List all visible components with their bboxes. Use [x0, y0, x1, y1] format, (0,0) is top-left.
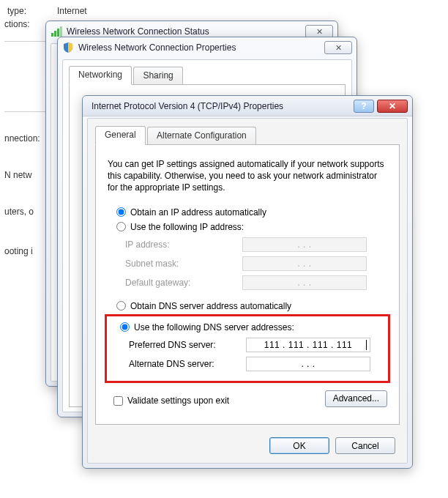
radio-use-ip[interactable]: Use the following IP address:	[108, 220, 387, 234]
help-icon[interactable]: ?	[354, 100, 374, 113]
radio-obtain-ip-auto-label: Obtain an IP address automatically	[130, 207, 266, 218]
dns-fields-group: Preferred DNS server: 111 . 111 . 111 . …	[129, 335, 384, 374]
tab-general[interactable]: General	[95, 126, 146, 145]
tab-alternate-configuration[interactable]: Alternate Configuration	[147, 127, 256, 144]
row-preferred-dns: Preferred DNS server: 111 . 111 . 111 . …	[129, 335, 384, 354]
svg-rect-2	[57, 29, 59, 37]
ip-fields-group: IP address: . . . Subnet mask: . . . Def…	[125, 235, 387, 292]
ipv4-footer-buttons: OK Cancel	[269, 437, 395, 454]
advanced-button[interactable]: Advanced...	[325, 390, 387, 407]
dns-highlight-box: Use the following DNS server addresses: …	[105, 314, 390, 383]
ipv4-description: You can get IP settings assigned automat…	[108, 158, 387, 194]
radio-use-ip-input[interactable]	[116, 222, 126, 231]
ip-address-field: . . .	[242, 237, 367, 252]
bg-type-label: type:	[7, 6, 26, 16]
preferred-dns-label: Preferred DNS server:	[129, 340, 246, 350]
preferred-dns-field[interactable]: 111 . 111 . 111 . 111	[246, 338, 370, 352]
row-default-gateway: Default gateway: . . .	[125, 273, 387, 292]
validate-advanced-row: Validate settings upon exit Advanced...	[108, 390, 387, 407]
radio-use-dns[interactable]: Use the following DNS server addresses:	[111, 321, 384, 334]
tab-networking[interactable]: Networking	[69, 66, 132, 85]
svg-rect-1	[54, 31, 56, 37]
bg-type-value: Internet	[57, 6, 87, 16]
signal-bars-icon	[51, 26, 62, 37]
ip-address-label: IP address:	[125, 239, 242, 250]
properties-tabstrip: Networking Sharing	[69, 66, 346, 85]
wireless-properties-title: Wireless Network Connection Properties	[78, 42, 321, 53]
bg-troubleshoot-fragment: ooting i	[4, 246, 33, 256]
subnet-mask-label: Subnet mask:	[125, 259, 242, 269]
row-ip-address: IP address: . . .	[125, 235, 387, 254]
close-icon[interactable]: ✕	[324, 41, 352, 54]
preferred-dns-value: 111 . 111 . 111 . 111	[264, 340, 353, 350]
close-icon[interactable]: ✕	[377, 100, 408, 113]
svg-rect-0	[51, 33, 53, 37]
ipv4-titlebar[interactable]: Internet Protocol Version 4 (TCP/IPv4) P…	[83, 96, 412, 116]
wireless-properties-titlebar[interactable]: Wireless Network Connection Properties ✕	[58, 37, 356, 58]
subnet-mask-field: . . .	[242, 256, 367, 271]
svg-rect-3	[60, 26, 62, 37]
radio-obtain-ip-auto[interactable]: Obtain an IP address automatically	[108, 206, 387, 219]
radio-obtain-dns-auto[interactable]: Obtain DNS server address automatically	[108, 300, 387, 313]
radio-use-dns-input[interactable]	[120, 322, 130, 332]
alternate-dns-field[interactable]: . . .	[246, 357, 370, 371]
tab-sharing[interactable]: Sharing	[133, 67, 182, 84]
divider	[4, 111, 45, 112]
radio-obtain-dns-auto-input[interactable]	[116, 301, 126, 311]
alternate-dns-label: Alternate DNS server:	[129, 359, 246, 369]
bg-network-fragment: N netw	[4, 170, 31, 180]
bg-routers-fragment: uters, o	[4, 207, 34, 217]
validate-settings-checkbox[interactable]	[113, 396, 123, 406]
ipv4-title: Internet Protocol Version 4 (TCP/IPv4) P…	[87, 101, 354, 111]
validate-settings-row[interactable]: Validate settings upon exit	[108, 395, 325, 406]
row-alternate-dns: Alternate DNS server: . . .	[129, 354, 384, 374]
shield-icon	[62, 42, 74, 53]
row-subnet-mask: Subnet mask: . . .	[125, 254, 387, 273]
radio-obtain-dns-auto-label: Obtain DNS server address automatically	[130, 301, 291, 311]
radio-use-dns-label: Use the following DNS server addresses:	[134, 322, 294, 332]
radio-use-ip-label: Use the following IP address:	[130, 222, 244, 232]
ipv4-body: General Alternate Configuration You can …	[87, 118, 408, 464]
default-gateway-field: . . .	[242, 275, 367, 290]
bg-connections-label: ctions:	[4, 19, 30, 29]
ok-button[interactable]: OK	[269, 437, 329, 454]
divider	[4, 41, 45, 42]
wireless-status-title: Wireless Network Connection Status	[67, 26, 302, 37]
default-gateway-label: Default gateway:	[125, 278, 242, 288]
validate-settings-label: Validate settings upon exit	[127, 395, 229, 406]
ipv4-properties-window: Internet Protocol Version 4 (TCP/IPv4) P…	[82, 95, 413, 469]
cancel-button[interactable]: Cancel	[335, 437, 395, 454]
general-tab-pane: You can get IP settings assigned automat…	[95, 145, 400, 425]
ipv4-tabstrip: General Alternate Configuration	[95, 126, 400, 145]
bg-connection-fragment: nnection:	[4, 133, 40, 144]
text-caret	[366, 340, 367, 350]
radio-obtain-ip-auto-input[interactable]	[116, 207, 126, 217]
